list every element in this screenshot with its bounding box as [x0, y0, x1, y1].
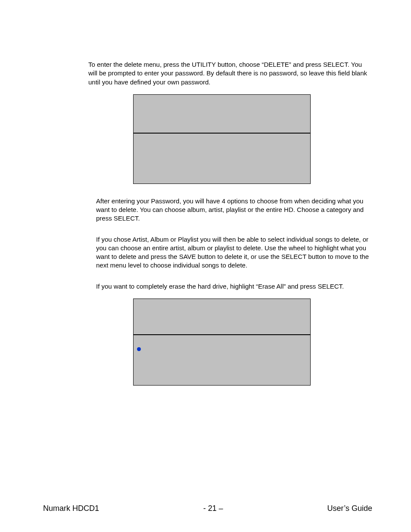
paragraph-erase-all: If you want to completely erase the hard… — [88, 282, 372, 291]
screenshot-placeholder-2b — [133, 335, 311, 386]
screenshot-placeholder-group-1 — [88, 94, 372, 184]
screenshot-placeholder-1b — [133, 133, 311, 184]
paragraph-after-password: After entering your Password, you will h… — [88, 197, 372, 223]
paragraph-artist-album-playlist: If you chose Artist, Album or Playlist y… — [88, 235, 372, 270]
screenshot-placeholder-1a — [133, 94, 311, 133]
page-content: To enter the delete menu, press the UTIL… — [0, 0, 411, 386]
footer-center: - 21 – — [203, 504, 223, 513]
screenshot-placeholder-group-2 — [88, 299, 372, 386]
screenshot-placeholder-2a — [133, 299, 311, 335]
bullet-icon — [137, 347, 141, 351]
page-footer: Numark HDCD1 - 21 – User’s Guide — [0, 504, 411, 513]
footer-left: Numark HDCD1 — [43, 504, 99, 513]
footer-right: User’s Guide — [327, 504, 372, 513]
paragraph-delete-intro: To enter the delete menu, press the UTIL… — [88, 60, 372, 87]
